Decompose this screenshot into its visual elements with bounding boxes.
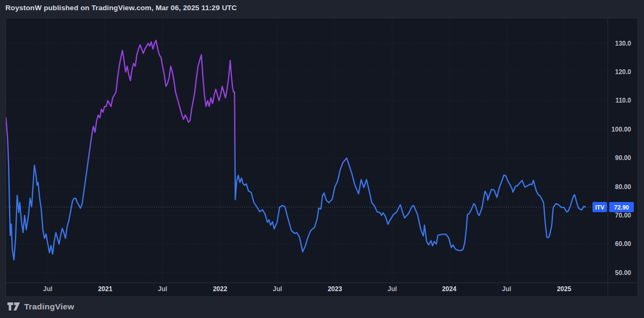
time-axis-label: 2024 <box>442 285 457 293</box>
chart-panel: 130.0120.0110.0100.0090.0080.0070.0060.0… <box>5 18 638 297</box>
chart-plot[interactable] <box>6 18 608 283</box>
time-axis-label: 2022 <box>213 285 228 293</box>
last-price-chip: 72.90 <box>609 202 634 212</box>
price-axis[interactable]: 130.0120.0110.0100.0090.0080.0070.0060.0… <box>608 18 638 283</box>
horizontal-gridlines <box>6 44 608 273</box>
time-axis-label: Jul <box>158 285 167 293</box>
tradingview-logo-icon[interactable] <box>7 301 20 312</box>
price-axis-label: 70.00 <box>615 211 631 220</box>
time-axis-label: Jul <box>502 285 511 293</box>
time-axis-label: Jul <box>43 285 52 293</box>
time-axis-label: 2021 <box>98 285 113 293</box>
price-axis-label: 90.00 <box>615 154 631 162</box>
price-axis-label: 60.00 <box>615 240 631 248</box>
price-axis-label: 50.00 <box>615 269 631 277</box>
price-axis-label: 120.0 <box>615 68 631 76</box>
time-axis[interactable]: Jul2021Jul2022Jul2023Jul2024Jul2025 <box>6 283 608 297</box>
symbol-chip: ITV <box>592 202 607 212</box>
price-axis-label: 130.0 <box>615 39 631 48</box>
time-axis-label: Jul <box>273 285 282 293</box>
brand-name[interactable]: TradingView <box>24 302 74 312</box>
price-axis-label: 110.0 <box>616 96 631 105</box>
time-axis-label: 2025 <box>557 285 572 293</box>
price-axis-badge: ITV 72.90 <box>592 202 634 212</box>
price-axis-label: 80.00 <box>615 183 631 191</box>
price-chart-svg[interactable] <box>6 18 608 283</box>
attribution-text: RoystonW published on TradingView.com, M… <box>5 4 237 12</box>
page: RoystonW published on TradingView.com, M… <box>0 0 644 318</box>
price-line-series <box>6 40 586 260</box>
price-axis-label: 100.00 <box>611 125 631 134</box>
time-axis-label: 2023 <box>328 285 342 293</box>
footer: TradingView <box>7 301 74 312</box>
time-axis-label: Jul <box>387 285 397 293</box>
